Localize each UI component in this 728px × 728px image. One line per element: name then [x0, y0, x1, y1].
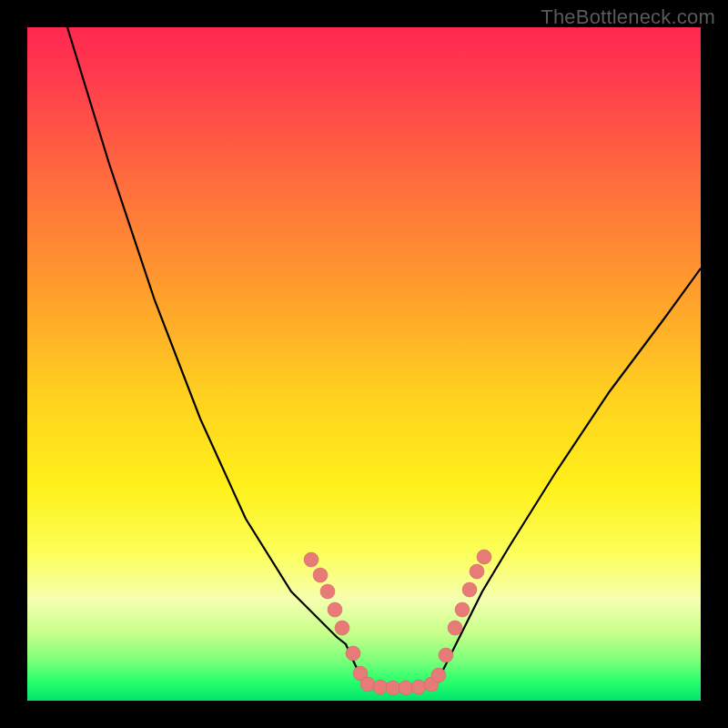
watermark-text: TheBottleneck.com: [541, 5, 715, 29]
marker-dot: [455, 602, 470, 617]
right-branch-path: [437, 268, 701, 682]
marker-dot: [386, 681, 400, 695]
marker-dots-group: [304, 550, 491, 695]
marker-dot: [448, 621, 462, 635]
marker-dot: [346, 646, 360, 661]
chart-frame: TheBottleneck.com: [0, 0, 728, 728]
marker-dot: [313, 568, 328, 582]
marker-dot: [304, 552, 318, 567]
marker-dot: [431, 668, 446, 682]
marker-dot: [477, 550, 491, 564]
marker-dot: [470, 564, 484, 579]
marker-dot: [373, 680, 388, 694]
marker-dot: [335, 621, 349, 635]
plot-area: [27, 27, 701, 701]
marker-dot: [320, 584, 335, 599]
marker-dot: [399, 681, 413, 695]
marker-dot: [328, 602, 342, 617]
marker-dot: [462, 582, 477, 597]
marker-dot: [360, 677, 375, 692]
left-branch-path: [67, 27, 364, 682]
marker-dot: [411, 680, 426, 694]
curve-layer: [27, 27, 701, 701]
marker-dot: [439, 648, 453, 662]
